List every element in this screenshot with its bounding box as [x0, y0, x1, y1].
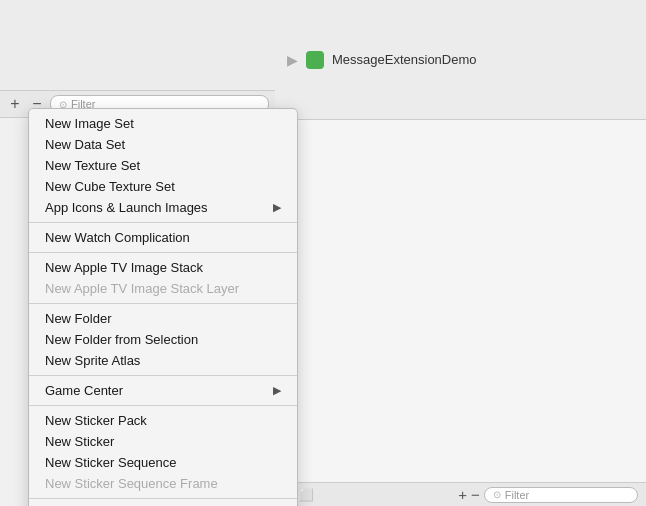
menu-separator-after-app-icons-launch-images	[29, 222, 297, 223]
menu-item-label-new-folder-from-selection: New Folder from Selection	[45, 332, 198, 347]
breadcrumb-arrow: ▶	[287, 52, 298, 68]
menu-item-new-apple-tv-image-stack-layer: New Apple TV Image Stack Layer	[29, 278, 297, 299]
menu-item-new-folder-from-selection[interactable]: New Folder from Selection	[29, 329, 297, 350]
context-menu: New Image SetNew Data SetNew Texture Set…	[28, 108, 298, 506]
filter-icon-right: ⊙	[493, 489, 501, 500]
menu-item-new-image-set[interactable]: New Image Set	[29, 113, 297, 134]
filter-label-right: Filter	[505, 489, 529, 501]
menu-item-new-sticker-pack[interactable]: New Sticker Pack	[29, 410, 297, 431]
menu-item-label-new-folder: New Folder	[45, 311, 111, 326]
add-button-right[interactable]: +	[458, 486, 467, 503]
menu-item-new-folder[interactable]: New Folder	[29, 308, 297, 329]
filter-input-bottom[interactable]: ⊙ Filter	[484, 487, 638, 503]
menu-item-new-sticker[interactable]: New Sticker	[29, 431, 297, 452]
add-button[interactable]: +	[6, 95, 24, 113]
right-header: ▶ MessageExtensionDemo	[275, 0, 646, 120]
menu-item-label-new-texture-set: New Texture Set	[45, 158, 140, 173]
menu-item-label-new-sticker-sequence-frame: New Sticker Sequence Frame	[45, 476, 218, 491]
menu-item-game-center[interactable]: Game Center▶	[29, 380, 297, 401]
menu-item-app-icons-launch-images[interactable]: App Icons & Launch Images▶	[29, 197, 297, 218]
menu-separator-after-new-apple-tv-image-stack-layer	[29, 303, 297, 304]
menu-item-label-app-icons-launch-images: App Icons & Launch Images	[45, 200, 208, 215]
menu-item-label-new-data-set: New Data Set	[45, 137, 125, 152]
submenu-arrow-game-center: ▶	[273, 384, 281, 397]
bottom-bar-right: ⏱ ⬜ + − ⊙ Filter	[275, 482, 646, 506]
stop-icon: ⬜	[299, 488, 314, 502]
minus-button-right[interactable]: −	[471, 486, 480, 503]
menu-item-new-cube-texture-set[interactable]: New Cube Texture Set	[29, 176, 297, 197]
menu-item-label-new-apple-tv-image-stack: New Apple TV Image Stack	[45, 260, 203, 275]
menu-item-label-new-sticker-sequence: New Sticker Sequence	[45, 455, 177, 470]
top-bar-left	[0, 0, 275, 92]
menu-item-label-new-sticker: New Sticker	[45, 434, 114, 449]
menu-item-new-texture-set[interactable]: New Texture Set	[29, 155, 297, 176]
menu-separator-after-game-center	[29, 405, 297, 406]
menu-item-label-new-cube-texture-set: New Cube Texture Set	[45, 179, 175, 194]
menu-item-new-watch-complication[interactable]: New Watch Complication	[29, 227, 297, 248]
menu-item-label-game-center: Game Center	[45, 383, 123, 398]
app-title: MessageExtensionDemo	[332, 52, 477, 67]
menu-item-label-new-apple-tv-image-stack-layer: New Apple TV Image Stack Layer	[45, 281, 239, 296]
menu-item-label-new-sticker-pack: New Sticker Pack	[45, 413, 147, 428]
menu-item-label-new-image-set: New Image Set	[45, 116, 134, 131]
menu-item-label-new-watch-complication: New Watch Complication	[45, 230, 190, 245]
menu-item-new-data-set[interactable]: New Data Set	[29, 134, 297, 155]
menu-item-new-apple-tv-image-stack[interactable]: New Apple TV Image Stack	[29, 257, 297, 278]
menu-item-new-sticker-sequence-frame: New Sticker Sequence Frame	[29, 473, 297, 494]
menu-item-new-sprite-atlas[interactable]: New Sprite Atlas	[29, 350, 297, 371]
menu-separator-after-new-sprite-atlas	[29, 375, 297, 376]
app-icon	[306, 51, 324, 69]
menu-separator-after-new-watch-complication	[29, 252, 297, 253]
menu-separator-after-new-sticker-sequence-frame	[29, 498, 297, 499]
submenu-arrow-app-icons-launch-images: ▶	[273, 201, 281, 214]
menu-item-label-new-sprite-atlas: New Sprite Atlas	[45, 353, 140, 368]
menu-item-new-sticker-sequence[interactable]: New Sticker Sequence	[29, 452, 297, 473]
